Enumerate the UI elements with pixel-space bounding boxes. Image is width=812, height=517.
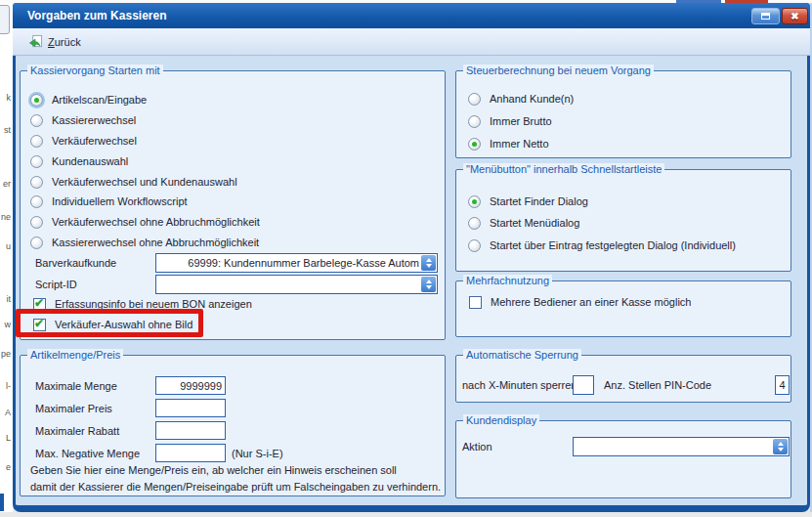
radio-icon	[468, 93, 481, 106]
radio-label: Kassiererwechsel ohne Abbruchmöglichkeit	[52, 237, 259, 248]
page-title: Vorgaben zum Kassieren	[27, 3, 167, 28]
background-border-fragment	[0, 494, 4, 511]
group-steuerberechnung: Steuerberechnung bei neuem Vorgang Anhan…	[455, 70, 791, 158]
radio-icon	[30, 176, 43, 189]
radio-icon	[468, 239, 481, 252]
bg-text-fragment: u	[0, 241, 11, 251]
radio-icon	[30, 155, 43, 168]
radio-kundenauswahl[interactable]: Kundenauswahl	[30, 153, 128, 169]
checkbox-mehrere-bediener[interactable]: ✔ Mehrere Bediener an einer Kasse möglic…	[469, 294, 691, 310]
group-kassiervorgang-starten-mit: Kassiervorgang Starten mit Artikelscan/E…	[20, 70, 446, 340]
aktion-label: Aktion	[462, 437, 492, 456]
aktion-input[interactable]	[575, 438, 771, 455]
radio-icon	[468, 217, 481, 230]
max-negative-menge-label: Max. Negative Menge	[35, 444, 140, 463]
group-title: Steuerberechnung bei neuem Vorgang	[463, 65, 654, 77]
close-button[interactable]: ✖	[782, 8, 808, 24]
radio-label: Immer Brutto	[490, 115, 552, 127]
radio-kassiererwechsel[interactable]: Kassiererwechsel	[30, 112, 136, 128]
radio-icon	[468, 115, 481, 128]
group-automatische-sperrung: Automatische Sperrung nach X-Minuten spe…	[455, 355, 791, 403]
radio-icon	[30, 237, 43, 249]
group-title: Kassiervorgang Starten mit	[27, 65, 163, 77]
radio-verkaeuferwechsel-und-kundenauswahl[interactable]: Verkäuferwechsel und Kundenauswahl	[30, 174, 237, 190]
spinner-up-down-icon[interactable]	[421, 255, 436, 271]
hint-text-line2: damit der Kassierer die Mengen/Preiseing…	[30, 480, 441, 494]
radio-individuellem-workflowscript[interactable]: Individuellem Workflowscript	[30, 194, 188, 209]
radio-icon	[468, 138, 481, 151]
bg-text-fragment: st	[0, 125, 11, 135]
radio-icon	[468, 195, 481, 208]
script-id-input[interactable]	[157, 276, 419, 293]
bg-text-fragment: pe	[0, 349, 11, 359]
checkbox-icon: ✔	[469, 296, 482, 309]
title-bar: Vorgaben zum Kassieren ✖	[13, 3, 810, 28]
maximaler-rabatt-input[interactable]	[155, 421, 226, 440]
radio-icon	[30, 94, 43, 107]
radio-label: Startet über Eintrag festgelegten Dialog…	[490, 239, 736, 251]
pin-code-input[interactable]	[775, 375, 790, 395]
bg-text-fragment: k	[0, 93, 11, 103]
radio-verkaeuferwechsel[interactable]: Verkäuferwechsel	[30, 133, 137, 149]
radio-label: Kassiererwechsel	[52, 114, 136, 126]
radio-label: Verkäuferwechsel und Kundenauswahl	[52, 176, 237, 188]
close-icon: ✖	[791, 11, 798, 22]
bg-text-fragment: A	[0, 408, 11, 417]
toolbar: Zurück	[13, 28, 810, 56]
minuten-sperren-label: nach X-Minuten sperren	[462, 375, 577, 395]
screen: k st er ne u it w pe l- A L e Vorgaben z…	[0, 0, 812, 517]
radio-label: Anhand Kunde(n)	[490, 93, 574, 105]
restore-icon	[761, 13, 770, 20]
back-arrow-icon	[28, 34, 43, 49]
radio-verkaeuferwechsel-ohne-abbruch[interactable]: Verkäuferwechsel ohne Abbruchmöglichkeit	[30, 214, 260, 230]
radio-artikelscan-eingabe[interactable]: Artikelscan/Eingabe	[30, 92, 147, 108]
maximale-menge-label: Maximale Menge	[35, 376, 117, 396]
spinner-up-down-icon[interactable]	[421, 277, 436, 292]
bg-text-fragment: w	[0, 320, 11, 329]
maximale-menge-input[interactable]	[155, 376, 226, 395]
spinner-up-down-icon[interactable]	[773, 439, 788, 454]
back-button[interactable]: Zurück	[24, 31, 85, 52]
radio-label: Startet Finder Dialog	[490, 195, 588, 207]
bg-text-fragment: e	[0, 462, 11, 472]
radio-label: Immer Netto	[490, 138, 549, 150]
group-title: Artikelmenge/Preis	[27, 349, 123, 362]
maximaler-preis-label: Maximaler Preis	[35, 399, 112, 418]
script-id-combo	[155, 275, 438, 294]
restore-button[interactable]	[751, 8, 780, 24]
nur-sie-suffix: (Nur S-i-E)	[232, 444, 283, 463]
maximaler-preis-input[interactable]	[155, 399, 226, 417]
group-title: "Menübutton" innerhalb Schnellstartleist…	[463, 163, 664, 176]
radio-startet-ueber-eintrag[interactable]: Startet über Eintrag festgelegten Dialog…	[468, 237, 736, 253]
radio-startet-finder-dialog[interactable]: Startet Finder Dialog	[468, 194, 588, 209]
group-kundendisplay: Kundendisplay Aktion	[455, 420, 791, 498]
radio-label: Artikelscan/Eingabe	[52, 94, 147, 106]
group-artikelmenge-preis: Artikelmenge/Preis Maximale Menge Maxima…	[20, 355, 446, 496]
group-title: Mehrfachnutzung	[463, 275, 552, 287]
radio-kassiererwechsel-ohne-abbruch[interactable]: Kassiererwechsel ohne Abbruchmöglichkeit	[30, 235, 259, 250]
background-window-left-sliver: k st er ne u it w pe l- A L e	[0, 3, 13, 512]
minuten-sperren-input[interactable]	[573, 375, 594, 395]
radio-label: Verkäuferwechsel ohne Abbruchmöglichkeit	[52, 216, 260, 228]
barverkaufkunde-label: Barverkaufkunde	[35, 253, 116, 273]
back-button-label: Zurück	[48, 36, 81, 48]
barverkaufkunde-input[interactable]	[157, 254, 419, 272]
radio-icon	[30, 114, 43, 127]
background-button-fragment	[0, 5, 10, 34]
radio-startet-menuedialog[interactable]: Startet Menüdialog	[468, 215, 579, 231]
radio-immer-brutto[interactable]: Immer Brutto	[468, 113, 552, 129]
maximaler-rabatt-label: Maximaler Rabatt	[35, 421, 119, 441]
radio-label: Startet Menüdialog	[490, 217, 579, 229]
radio-anhand-kunden[interactable]: Anhand Kunde(n)	[468, 91, 574, 107]
script-id-label: Script-ID	[35, 275, 77, 294]
radio-icon	[30, 195, 43, 208]
barverkaufkunde-combo	[155, 253, 438, 273]
radio-immer-netto[interactable]: Immer Netto	[468, 136, 549, 151]
radio-label: Verkäuferwechsel	[52, 135, 137, 147]
bg-text-fragment: L	[0, 433, 11, 443]
max-negative-menge-input[interactable]	[155, 444, 226, 462]
aktion-combo	[573, 437, 790, 456]
radio-icon	[30, 216, 43, 229]
bg-text-fragment: l-	[0, 381, 11, 391]
radio-label: Kundenauswahl	[52, 155, 128, 167]
